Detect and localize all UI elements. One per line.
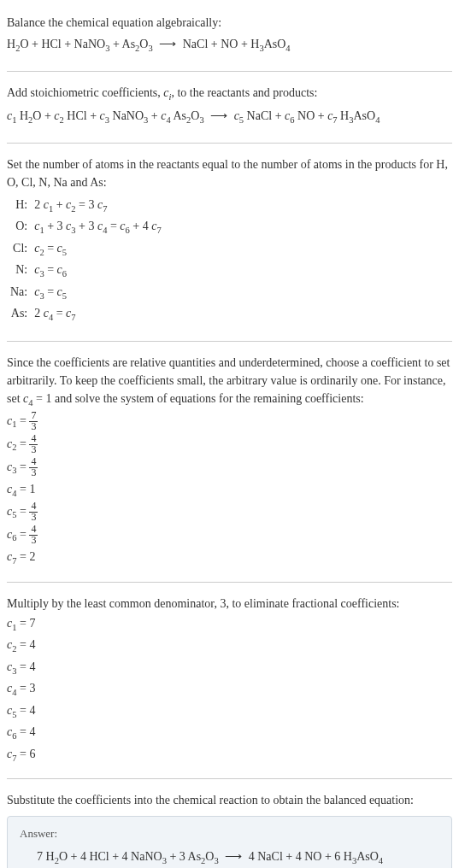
elem-label: N: [7,260,31,282]
stoich-lhs: c1 H2O + c2 HCl + c3 NaNO3 + c4 As2O3 [7,109,204,122]
elem-eq: c3 = c6 [31,260,164,282]
coef-line: c1 = 73 [7,411,452,432]
atoms-section: Set the number of atoms in the reactants… [7,149,452,336]
stoich-rhs: c5 NaCl + c6 NO + c7 H3AsO4 [234,109,380,122]
coef-val: 6 [29,748,35,760]
frac-den: 3 [29,468,38,478]
elem-eq: 2 c1 + c2 = 3 c7 [31,195,164,217]
coef-val: 4 [29,660,35,673]
elem-eq: c1 + 3 c3 + 3 c4 = c6 + 4 c7 [31,216,164,238]
elem-eq: c2 = c5 [31,238,164,261]
arrow-icon: ⟶ [210,109,227,122]
eq-lhs: H2O + HCl + NaNO3 + As2O3 [7,38,153,50]
frac-den: 3 [29,445,38,455]
coef-line: c4 = 3 [7,679,452,700]
coef-line: c5 = 43 [7,501,452,523]
stoich-equation: c1 H2O + c2 HCl + c3 NaNO3 + c4 As2O3 ⟶ … [7,107,452,127]
divider [7,143,452,144]
substitute-text: Substitute the coefficients into the che… [7,791,452,809]
answer-lhs: 7 H2O + 4 HCl + 4 NaNO3 + 3 As2O3 [37,850,219,863]
underdet-section: Since the coefficients are relative quan… [7,347,452,577]
substitute-section: Substitute the coefficients into the che… [7,784,452,868]
intro-section: Balance the chemical equation algebraica… [7,7,452,66]
coef-line: c3 = 43 [7,457,452,478]
coef-val: 2 [29,550,35,563]
coef-val: 1 [29,483,35,496]
coef-val: 7 [29,617,35,630]
elem-eq: c3 = c5 [31,282,164,304]
underdet-text: Since the coefficients are relative quan… [7,354,452,410]
coef-line: c1 = 7 [7,614,452,635]
elem-label: Cl: [7,238,31,261]
table-row: As:2 c4 = c7 [7,303,165,326]
elem-eq: 2 c4 = c7 [31,303,164,326]
stoich-section: Add stoichiometric coefficients, ci, to … [7,77,452,138]
table-row: N:c3 = c6 [7,260,165,282]
atoms-table: H:2 c1 + c2 = 3 c7 O:c1 + 3 c3 + 3 c4 = … [7,195,165,326]
coef-line: c2 = 4 [7,636,452,656]
multiply-text: Multiply by the least common denominator… [7,595,452,613]
table-row: Na:c3 = c5 [7,282,165,304]
answer-rhs: 4 NaCl + 4 NO + 6 H3AsO4 [249,850,383,863]
coef-line: c5 = 4 [7,701,452,722]
coef-line: c6 = 4 [7,723,452,743]
eq-rhs: NaCl + NO + H3AsO4 [183,38,291,50]
frac-den: 3 [29,422,38,432]
elem-label: H: [7,195,31,217]
stoich-text-2: , to the reactants and products: [171,86,317,99]
coef-line: c6 = 43 [7,525,452,546]
coef-line: c7 = 2 [7,548,452,568]
answer-equation: 7 H2O + 4 HCl + 4 NaNO3 + 3 As2O3 ⟶ 4 Na… [20,847,439,868]
coef-val: 4 [29,725,35,738]
table-row: O:c1 + 3 c3 + 3 c4 = c6 + 4 c7 [7,216,165,238]
elem-label: Na: [7,282,31,304]
stoich-text-1: Add stoichiometric coefficients, [7,86,163,99]
frac-den: 3 [29,513,38,523]
coef-line: c3 = 4 [7,658,452,678]
multiply-section: Multiply by the least common denominator… [7,588,452,774]
coef-val: 4 [29,704,35,717]
answer-label: Answer: [20,825,439,842]
table-row: H:2 c1 + c2 = 3 c7 [7,195,165,217]
arrow-icon: ⟶ [159,38,176,50]
intro-text: Balance the chemical equation algebraica… [7,14,452,32]
atoms-text: Set the number of atoms in the reactants… [7,155,452,191]
arrow-icon: ⟶ [225,850,242,863]
coef-line: c4 = 1 [7,480,452,501]
frac-den: 3 [29,536,38,546]
intro-equation: H2O + HCl + NaNO3 + As2O3 ⟶ NaCl + NO + … [7,35,452,56]
divider [7,778,452,779]
coef-val: 3 [29,682,35,695]
elem-label: As: [7,303,31,326]
table-row: Cl:c2 = c5 [7,238,165,261]
stoich-text: Add stoichiometric coefficients, ci, to … [7,84,452,104]
coef-val: 4 [29,638,35,651]
divider [7,582,452,583]
coef-line: c2 = 43 [7,434,452,455]
divider [7,341,452,342]
coef-line: c7 = 6 [7,745,452,765]
answer-box: Answer: 7 H2O + 4 HCl + 4 NaNO3 + 3 As2O… [7,816,452,868]
divider [7,71,452,72]
elem-label: O: [7,216,31,238]
